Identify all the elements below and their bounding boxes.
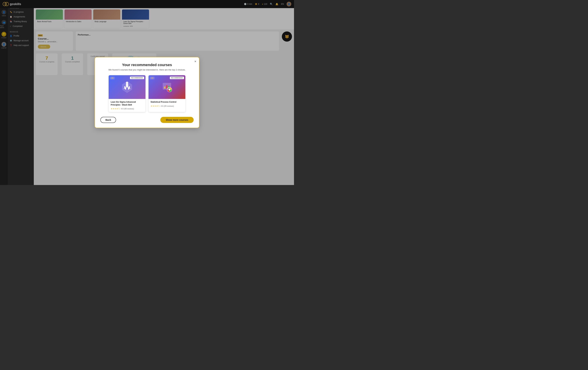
svg-point-10 bbox=[126, 82, 128, 84]
modal-overlay: × Your recommended courses We found 6 co… bbox=[0, 0, 294, 185]
course-thumb-2: RECOMMENDED bbox=[148, 75, 185, 99]
stars-2: ★★★★½ bbox=[151, 105, 160, 107]
course-title-2: Statistical Process Control bbox=[151, 101, 183, 103]
svg-rect-9 bbox=[126, 84, 128, 87]
course-title-1: Lean Six Sigma Advanced Principles - Bla… bbox=[111, 101, 143, 106]
svg-point-21 bbox=[169, 89, 170, 90]
course-rating-1: ★★★★½ 4.9 (48 reviews) bbox=[111, 108, 143, 110]
recommended-course-card-2[interactable]: RECOMMENDED Statistica bbox=[148, 75, 186, 112]
course-body-1: Lean Six Sigma Advanced Principles - Bla… bbox=[109, 99, 146, 112]
recommended-courses-modal: × Your recommended courses We found 6 co… bbox=[94, 57, 200, 128]
modal-title: Your recommended courses bbox=[100, 63, 194, 67]
back-button[interactable]: Back bbox=[100, 117, 116, 123]
course-thumb-1: RECOMMENDED bbox=[109, 75, 146, 99]
goskills-logo-badge-1 bbox=[110, 76, 115, 79]
recommended-badge-1: RECOMMENDED bbox=[130, 76, 144, 79]
recommended-course-card-1[interactable]: RECOMMENDED Lean Six Sigma Advanced Prin… bbox=[108, 75, 146, 112]
stars-1: ★★★★½ bbox=[111, 108, 120, 110]
rating-text-2: 4.6 (49 reviews) bbox=[161, 105, 174, 107]
course-illustration-1 bbox=[119, 79, 135, 95]
modal-close-button[interactable]: × bbox=[194, 60, 196, 63]
rating-text-1: 4.9 (48 reviews) bbox=[121, 108, 134, 110]
goskills-logo-badge-2 bbox=[150, 76, 155, 79]
modal-courses-container: RECOMMENDED Lean Six Sigma Advanced Prin… bbox=[100, 75, 194, 112]
course-rating-2: ★★★★½ 4.6 (49 reviews) bbox=[151, 105, 183, 107]
course-illustration-2 bbox=[159, 79, 175, 95]
svg-rect-18 bbox=[166, 85, 168, 89]
show-more-courses-button[interactable]: Show more courses bbox=[160, 117, 194, 123]
modal-footer: Back Show more courses bbox=[100, 117, 194, 123]
course-body-2: Statistical Process Control ★★★★½ 4.6 (4… bbox=[148, 99, 185, 109]
modal-subtitle: We found 6 courses that you might be int… bbox=[100, 68, 194, 71]
recommended-badge-2: RECOMMENDED bbox=[170, 76, 184, 79]
svg-rect-17 bbox=[164, 87, 165, 89]
